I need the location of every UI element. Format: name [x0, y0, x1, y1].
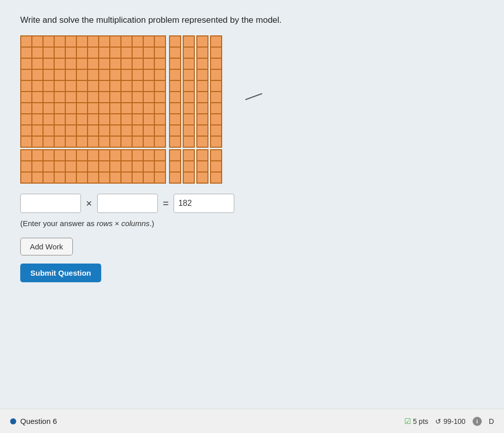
- tall-col-cell: [211, 58, 222, 69]
- submit-question-button[interactable]: Submit Question: [20, 264, 101, 282]
- tall-col: [169, 35, 181, 148]
- tall-col-cell: [197, 69, 208, 80]
- slash-mark: [245, 96, 263, 97]
- bottom-big-cell: [65, 172, 76, 183]
- big-grid-cell: [99, 36, 110, 47]
- bottom-big-cell: [43, 161, 54, 172]
- question-number: Question 6: [20, 417, 57, 425]
- big-grid-cell: [121, 36, 132, 47]
- tall-cols: [169, 35, 222, 148]
- bottom-big-cell: [32, 161, 43, 172]
- big-grid-cell: [54, 114, 65, 125]
- grid-visual: [20, 35, 222, 148]
- big-grid-cell: [21, 136, 32, 147]
- big-grid-cell: [154, 125, 165, 136]
- big-grid-cell: [88, 80, 99, 92]
- big-grid-cell: [21, 92, 32, 103]
- bottom-big-cell: [154, 172, 165, 183]
- bottom-small-cell: [183, 161, 194, 172]
- tall-col-cell: [197, 136, 208, 147]
- bottom-big-cell: [143, 150, 154, 161]
- big-grid-cell: [76, 58, 88, 69]
- big-grid-cell: [32, 69, 43, 80]
- bottom-big-cell: [121, 150, 132, 161]
- undo-icon: ↺: [435, 417, 441, 425]
- big-grid-cell: [21, 125, 32, 136]
- tall-col-cell: [211, 36, 222, 47]
- big-grid-cell: [43, 58, 54, 69]
- bottom-big-cell: [65, 161, 76, 172]
- big-grid-cell: [88, 92, 99, 103]
- tall-col-cell: [211, 69, 222, 80]
- big-grid-cell: [76, 125, 88, 136]
- bottom-big-cell: [121, 172, 132, 183]
- big-grid-cell: [132, 69, 143, 80]
- big-grid-cell: [32, 36, 43, 47]
- big-grid-cell: [132, 92, 143, 103]
- tall-col-cell: [211, 136, 222, 147]
- bottom-big-cell: [54, 172, 65, 183]
- big-grid-cell: [99, 58, 110, 69]
- bottom-big-cell: [21, 150, 32, 161]
- add-work-button[interactable]: Add Work: [20, 238, 73, 255]
- tall-col: [183, 35, 195, 148]
- tall-col-cell: [170, 58, 181, 69]
- big-grid-cell: [21, 36, 32, 47]
- big-grid-cell: [154, 92, 165, 103]
- check-icon: ☑: [404, 417, 411, 426]
- big-grid-cell: [32, 58, 43, 69]
- tall-col-cell: [170, 136, 181, 147]
- bottom-big-cell: [76, 161, 88, 172]
- big-grid-cell: [43, 103, 54, 114]
- big-grid-cell: [110, 80, 121, 92]
- big-grid-cell: [132, 80, 143, 92]
- big-grid-cell: [76, 80, 88, 92]
- big-grid-cell: [143, 114, 154, 125]
- big-grid-cell: [32, 114, 43, 125]
- equals-operator: =: [163, 198, 169, 209]
- big-grid-cell: [132, 136, 143, 147]
- bottom-small-cell: [197, 150, 208, 161]
- bottom-big-cell: [132, 150, 143, 161]
- big-grid-cell: [54, 125, 65, 136]
- big-grid-cell: [32, 136, 43, 147]
- tall-col-cell: [170, 47, 181, 58]
- bottom-big-cell: [43, 172, 54, 183]
- big-grid-cell: [43, 36, 54, 47]
- tall-col-cell: [197, 114, 208, 125]
- info-icon[interactable]: i: [473, 417, 482, 426]
- big-grid-cell: [54, 47, 65, 58]
- bottom-small-cell: [170, 172, 181, 183]
- bottom-small-col: [196, 149, 208, 184]
- big-grid-cell: [143, 36, 154, 47]
- big-grid-cell: [143, 47, 154, 58]
- big-grid-cell: [121, 80, 132, 92]
- columns-input[interactable]: [97, 194, 158, 213]
- bottom-small-col: [169, 149, 181, 184]
- big-grid-cell: [88, 125, 99, 136]
- big-grid-cell: [21, 69, 32, 80]
- bottom-small-cell: [211, 150, 222, 161]
- tall-col-cell: [197, 103, 208, 114]
- big-grid-cell: [21, 103, 32, 114]
- big-grid-cell: [121, 69, 132, 80]
- question-label: Question 6: [10, 417, 57, 425]
- pts-badge: ☑ 5 pts: [404, 417, 428, 426]
- big-grid-cell: [43, 47, 54, 58]
- bottom-big-cell: [32, 172, 43, 183]
- big-grid-cell: [76, 92, 88, 103]
- rows-input[interactable]: [20, 194, 81, 213]
- tall-col-cell: [211, 114, 222, 125]
- big-grid-cell: [99, 114, 110, 125]
- result-value: 182: [178, 199, 192, 208]
- tall-col-cell: [170, 36, 181, 47]
- big-grid-cell: [54, 58, 65, 69]
- big-grid-cell: [43, 69, 54, 80]
- bottom-big-cell: [21, 172, 32, 183]
- big-grid-cell: [88, 69, 99, 80]
- bottom-small-cell: [211, 172, 222, 183]
- big-grid-cell: [54, 136, 65, 147]
- tall-col-cell: [197, 92, 208, 103]
- tall-col-cell: [170, 114, 181, 125]
- bottom-big-cell: [54, 161, 65, 172]
